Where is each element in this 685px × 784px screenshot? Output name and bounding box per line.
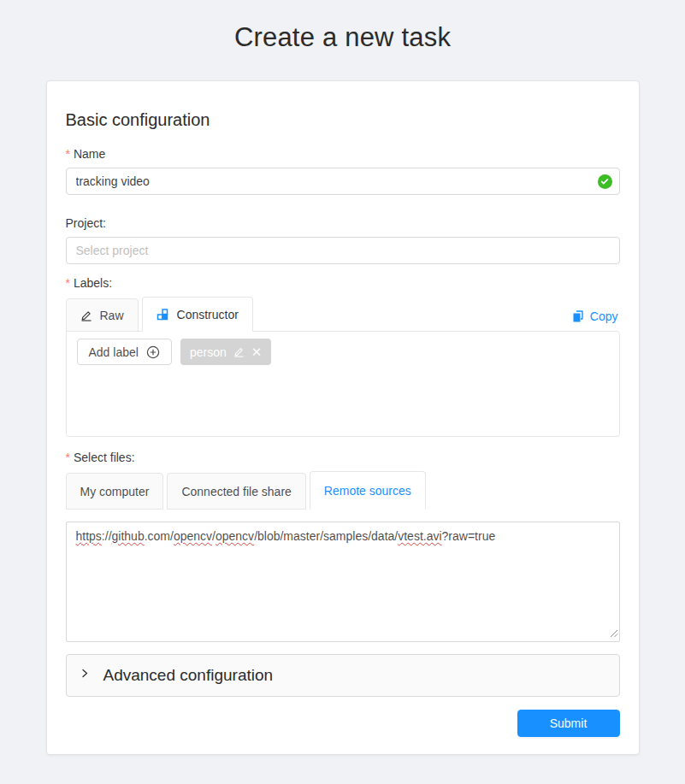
url-segment: .com/ [145,529,174,543]
tab-constructor[interactable]: Constructor [142,297,253,332]
required-asterisk: * [66,147,70,161]
url-segment: /blob/master/samples/data/ [254,529,398,543]
file-source-tabs: My computer Connected file share Remote … [66,471,620,510]
tab-my-computer-label: My computer [80,485,150,498]
add-label-button-label: Add label [89,345,139,359]
tab-connected-file-share-label: Connected file share [181,485,291,498]
tab-raw-label: Raw [100,309,124,322]
remote-urls-textarea[interactable]: https://github.com/opencv/opencv/blob/ma… [66,522,620,642]
copy-button-label: Copy [590,309,618,323]
create-task-card: Basic configuration *Name Project: *Labe… [46,80,640,755]
url-segment: opencv [174,529,212,543]
url-segment: ?raw=true [442,529,496,543]
name-input[interactable] [66,168,620,195]
tab-connected-file-share[interactable]: Connected file share [167,473,305,510]
required-asterisk: * [66,451,70,464]
tab-remote-sources[interactable]: Remote sources [310,471,426,510]
url-segment: https [76,529,102,543]
chevron-right-icon [80,669,90,678]
tab-remote-sources-label: Remote sources [324,484,411,498]
add-label-button[interactable]: Add label [77,339,172,365]
basic-configuration-heading: Basic configuration [66,110,620,130]
submit-button[interactable]: Submit [517,710,620,737]
copy-button[interactable]: Copy [572,309,620,332]
select-files-label: *Select files: [66,451,620,464]
resize-handle[interactable] [610,627,618,640]
page-title: Create a new task [0,0,685,53]
advanced-configuration-title: Advanced configuration [103,666,274,685]
name-input-wrap [66,168,620,195]
url-segment: opencv [216,529,254,543]
label-tag-person[interactable]: person ✕ [180,339,271,365]
labels-constructor-panel: Add label person ✕ [66,331,620,437]
plus-circle-icon [146,345,160,359]
url-segment: :// [102,529,112,543]
url-segment: vtest.avi [398,529,441,543]
select-files-label-text: Select files: [74,451,135,464]
name-label-text: Name [74,147,105,161]
labels-label-text: Labels: [74,276,112,290]
tab-raw[interactable]: Raw [66,298,139,332]
label-tag-name: person [190,345,227,359]
required-asterisk: * [66,276,70,290]
close-icon[interactable]: ✕ [251,345,263,358]
project-select[interactable] [66,237,620,264]
url-segment: github [112,529,145,543]
build-icon [156,308,169,321]
submit-row: Submit [66,710,620,737]
check-circle-icon [598,174,612,189]
advanced-configuration-panel[interactable]: Advanced configuration [66,654,620,697]
edit-icon[interactable] [233,346,245,357]
tab-constructor-label: Constructor [177,308,239,321]
tab-my-computer[interactable]: My computer [66,473,164,510]
name-label: *Name [66,147,620,161]
labels-tabs: Raw Constructor Copy [66,297,620,332]
project-label: Project: [66,216,620,230]
edit-icon [80,309,92,321]
project-select-wrap [66,237,620,264]
copy-icon [572,310,584,322]
labels-label: *Labels: [66,276,620,290]
